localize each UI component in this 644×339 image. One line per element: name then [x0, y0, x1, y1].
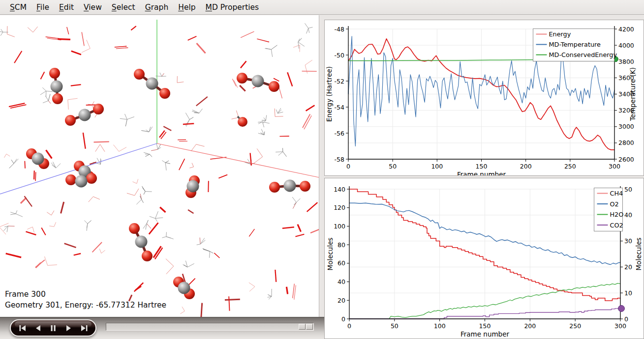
menu-item-help[interactable]: Help	[173, 1, 200, 13]
ch4-stick	[292, 197, 300, 209]
ch4-stick	[268, 289, 272, 299]
energy-temperature-chart: 050100150200250300-48-50-52-54-56-582600…	[324, 20, 644, 176]
o2-stick	[35, 260, 45, 267]
h2o-stick	[99, 249, 105, 253]
o2-stick	[71, 85, 81, 86]
frame-slider-thumb[interactable]	[298, 324, 313, 330]
carbon-atom	[284, 180, 296, 192]
o2-stick	[196, 97, 208, 106]
left-tick-label: 60	[337, 259, 345, 267]
o2-stick	[64, 243, 76, 247]
co2-molecule	[129, 223, 153, 261]
o2-stick	[58, 39, 70, 39]
menu-item-select[interactable]: Select	[107, 1, 140, 13]
x-tick-label: 0	[346, 163, 350, 170]
h2o-stick	[82, 40, 90, 53]
carbon-atom	[32, 153, 44, 165]
oxygen-atom	[269, 81, 279, 92]
ch4-stick	[203, 249, 214, 258]
menu-item-view[interactable]: View	[79, 1, 107, 13]
o2-stick	[25, 161, 25, 169]
o2-stick	[214, 253, 219, 258]
left-tick-label: -54	[335, 104, 344, 111]
oxygen-atom	[134, 69, 145, 80]
oh-fragment	[238, 116, 247, 127]
play-button[interactable]	[62, 323, 74, 333]
o2-stick	[83, 133, 86, 149]
skip-to-start-button[interactable]	[17, 323, 29, 333]
carbon-atom	[135, 236, 148, 248]
gas-sticks	[0, 23, 319, 317]
pause-button[interactable]	[47, 323, 59, 333]
menu-item-scm[interactable]: SCM	[5, 1, 31, 13]
co2-molecule	[134, 69, 170, 99]
x-axis-title: Frame number	[457, 170, 506, 175]
ch4-stick	[151, 143, 161, 151]
oxygen-atom	[65, 174, 76, 185]
o2-stick	[225, 299, 240, 300]
skip-to-end-button[interactable]	[78, 323, 90, 333]
menu-item-graph[interactable]: Graph	[140, 1, 174, 13]
x-tick-label: 150	[476, 163, 488, 170]
h2o-stick	[28, 27, 37, 32]
co2-molecule	[185, 175, 200, 198]
frame-slider[interactable]	[106, 323, 314, 331]
carbon-atom	[252, 75, 264, 87]
h2o-stick	[249, 282, 255, 291]
o2-stick	[275, 270, 276, 282]
left-tick-label: -58	[335, 156, 344, 163]
viewer-3d[interactable]: Frame 300 Geometry 301, Energy: -65.7731…	[0, 15, 319, 317]
x-tick-label: 100	[431, 163, 443, 170]
step-back-button[interactable]	[32, 323, 44, 333]
carbon-atom	[178, 282, 190, 294]
ch4-stick	[258, 129, 265, 135]
x-tick-label: 50	[391, 322, 399, 330]
carbon-atom	[51, 81, 63, 93]
x-tick-label: 250	[569, 322, 581, 330]
left-tick-label: 0	[341, 315, 345, 323]
x-tick-label: 250	[564, 163, 576, 170]
o2-stick	[131, 26, 136, 30]
o2-stick	[71, 51, 81, 55]
carbon-atom	[79, 109, 91, 121]
o2-stick	[307, 202, 318, 212]
left-tick-label: -50	[335, 52, 344, 59]
menu-bar: SCMFileEditViewSelectGraphHelpMD Propert…	[0, 0, 644, 15]
x-tick-label: 300	[609, 163, 620, 170]
current-frame-marker[interactable]	[618, 305, 625, 311]
h2o-stick	[7, 26, 14, 37]
o2-stick	[10, 105, 26, 108]
o2-stick	[229, 296, 229, 311]
ch4-stick	[136, 194, 143, 204]
right-tick-label: 50	[624, 186, 632, 193]
o2-stick	[294, 285, 296, 300]
left-tick-label: 40	[337, 278, 345, 285]
playback-bar	[0, 317, 324, 339]
bottom-chart-canvas: 0501001502002503000204060801001201400102…	[325, 178, 644, 339]
h2o-stick	[255, 148, 263, 163]
left-tick-label: 140	[334, 186, 345, 193]
ch4-stick	[265, 45, 277, 57]
left-tick-label: 80	[337, 241, 345, 249]
legend-label-O2: O2	[610, 200, 619, 208]
x-tick-label: 150	[479, 322, 491, 330]
right-tick-label: 20	[624, 263, 632, 271]
right-tick-label: 2800	[618, 139, 634, 146]
right-tick-label: 0	[624, 315, 628, 323]
o2-stick	[35, 172, 36, 181]
menu-item-file[interactable]: File	[31, 1, 54, 13]
h2o-stick	[181, 307, 185, 313]
o2-stick	[149, 223, 158, 234]
menu-item-edit[interactable]: Edit	[54, 1, 79, 13]
right-tick-label: 3800	[618, 58, 634, 65]
oxygen-atom	[65, 115, 76, 126]
menu-item-md-properties[interactable]: MD Properties	[201, 1, 264, 13]
x-tick-label: 0	[347, 322, 351, 330]
o2-stick	[116, 48, 128, 49]
ch4-stick	[142, 186, 152, 195]
legend-label-Energy: Energy	[549, 30, 571, 38]
o2-stick	[298, 225, 301, 232]
right-tick-label: 4200	[618, 26, 634, 33]
o2-stick	[201, 303, 202, 317]
o2-stick	[74, 254, 81, 255]
